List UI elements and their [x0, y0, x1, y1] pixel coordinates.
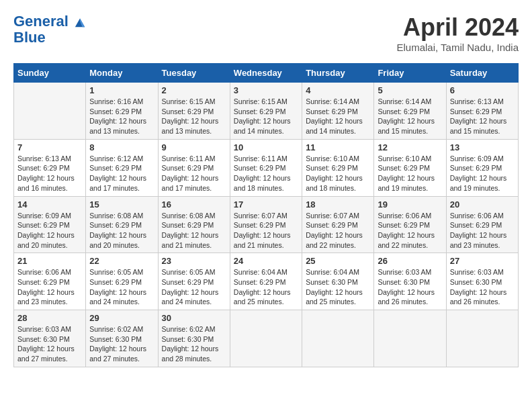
calendar-cell: 4Sunrise: 6:14 AM Sunset: 6:29 PM Daylig… — [302, 83, 374, 140]
day-info: Sunrise: 6:03 AM Sunset: 6:30 PM Dayligh… — [378, 267, 442, 307]
day-number: 14 — [17, 199, 82, 210]
day-info: Sunrise: 6:10 AM Sunset: 6:29 PM Dayligh… — [306, 154, 370, 193]
day-number: 25 — [306, 256, 370, 266]
day-number: 30 — [162, 313, 226, 323]
weekday-header-friday: Friday — [374, 64, 446, 83]
day-info: Sunrise: 6:06 AM Sunset: 6:29 PM Dayligh… — [378, 211, 442, 250]
day-info: Sunrise: 6:03 AM Sunset: 6:30 PM Dayligh… — [450, 267, 515, 307]
day-info: Sunrise: 6:12 AM Sunset: 6:29 PM Dayligh… — [89, 154, 154, 193]
calendar-cell: 29Sunrise: 6:02 AM Sunset: 6:30 PM Dayli… — [86, 310, 158, 367]
day-info: Sunrise: 6:15 AM Sunset: 6:29 PM Dayligh… — [162, 97, 226, 136]
weekday-header-wednesday: Wednesday — [230, 64, 302, 83]
day-number: 13 — [450, 142, 515, 152]
day-info: Sunrise: 6:09 AM Sunset: 6:29 PM Dayligh… — [450, 154, 515, 193]
calendar-cell: 10Sunrise: 6:11 AM Sunset: 6:29 PM Dayli… — [230, 139, 302, 196]
weekday-header-monday: Monday — [86, 64, 158, 83]
day-number: 12 — [378, 142, 442, 152]
day-info: Sunrise: 6:04 AM Sunset: 6:29 PM Dayligh… — [234, 267, 298, 307]
day-info: Sunrise: 6:10 AM Sunset: 6:29 PM Dayligh… — [378, 154, 442, 193]
day-number: 9 — [162, 142, 226, 152]
calendar-cell: 20Sunrise: 6:06 AM Sunset: 6:29 PM Dayli… — [446, 196, 518, 253]
logo-text: General — [13, 13, 86, 30]
calendar-cell: 28Sunrise: 6:03 AM Sunset: 6:30 PM Dayli… — [14, 310, 86, 367]
day-number: 11 — [306, 142, 370, 152]
day-info: Sunrise: 6:05 AM Sunset: 6:29 PM Dayligh… — [89, 267, 154, 307]
day-info: Sunrise: 6:11 AM Sunset: 6:29 PM Dayligh… — [234, 154, 298, 193]
calendar-cell: 14Sunrise: 6:09 AM Sunset: 6:29 PM Dayli… — [14, 196, 86, 253]
calendar-cell — [446, 310, 518, 367]
weekday-header-tuesday: Tuesday — [158, 64, 230, 83]
header: General Blue April 2024 Elumalai, Tamil … — [13, 13, 519, 53]
calendar-cell: 30Sunrise: 6:02 AM Sunset: 6:30 PM Dayli… — [158, 310, 230, 367]
calendar-cell: 1Sunrise: 6:16 AM Sunset: 6:29 PM Daylig… — [86, 83, 158, 140]
day-number: 3 — [234, 85, 298, 95]
calendar-cell: 12Sunrise: 6:10 AM Sunset: 6:29 PM Dayli… — [374, 139, 446, 196]
day-number: 10 — [234, 142, 298, 152]
day-info: Sunrise: 6:11 AM Sunset: 6:29 PM Dayligh… — [162, 154, 226, 193]
day-number: 23 — [162, 256, 226, 266]
calendar-cell — [14, 83, 86, 140]
day-number: 8 — [89, 142, 154, 152]
day-number: 5 — [378, 85, 442, 95]
title-area: April 2024 Elumalai, Tamil Nadu, India — [397, 13, 519, 53]
day-number: 21 — [17, 256, 82, 266]
calendar-cell: 21Sunrise: 6:06 AM Sunset: 6:29 PM Dayli… — [14, 253, 86, 310]
day-info: Sunrise: 6:03 AM Sunset: 6:30 PM Dayligh… — [17, 324, 82, 364]
calendar-cell: 25Sunrise: 6:04 AM Sunset: 6:30 PM Dayli… — [302, 253, 374, 310]
day-number: 1 — [89, 85, 154, 95]
day-info: Sunrise: 6:09 AM Sunset: 6:29 PM Dayligh… — [17, 211, 82, 250]
day-number: 24 — [234, 256, 298, 266]
calendar-cell — [374, 310, 446, 367]
calendar-cell: 19Sunrise: 6:06 AM Sunset: 6:29 PM Dayli… — [374, 196, 446, 253]
day-info: Sunrise: 6:15 AM Sunset: 6:29 PM Dayligh… — [234, 97, 298, 136]
day-number: 16 — [162, 199, 226, 210]
day-info: Sunrise: 6:14 AM Sunset: 6:29 PM Dayligh… — [306, 97, 370, 136]
calendar-cell: 15Sunrise: 6:08 AM Sunset: 6:29 PM Dayli… — [86, 196, 158, 253]
weekday-header-sunday: Sunday — [14, 64, 86, 83]
calendar-cell: 8Sunrise: 6:12 AM Sunset: 6:29 PM Daylig… — [86, 139, 158, 196]
day-number: 4 — [306, 85, 370, 95]
calendar-cell: 11Sunrise: 6:10 AM Sunset: 6:29 PM Dayli… — [302, 139, 374, 196]
day-number: 6 — [450, 85, 515, 95]
day-info: Sunrise: 6:02 AM Sunset: 6:30 PM Dayligh… — [89, 324, 154, 364]
calendar-cell: 27Sunrise: 6:03 AM Sunset: 6:30 PM Dayli… — [446, 253, 518, 310]
day-info: Sunrise: 6:07 AM Sunset: 6:29 PM Dayligh… — [306, 211, 370, 250]
weekday-header-saturday: Saturday — [446, 64, 518, 83]
calendar-cell: 3Sunrise: 6:15 AM Sunset: 6:29 PM Daylig… — [230, 83, 302, 140]
calendar-cell: 2Sunrise: 6:15 AM Sunset: 6:29 PM Daylig… — [158, 83, 230, 140]
day-info: Sunrise: 6:06 AM Sunset: 6:29 PM Dayligh… — [450, 211, 515, 250]
day-info: Sunrise: 6:13 AM Sunset: 6:29 PM Dayligh… — [17, 154, 82, 193]
day-number: 18 — [306, 199, 370, 210]
calendar-cell: 18Sunrise: 6:07 AM Sunset: 6:29 PM Dayli… — [302, 196, 374, 253]
calendar-cell: 17Sunrise: 6:07 AM Sunset: 6:29 PM Dayli… — [230, 196, 302, 253]
day-number: 28 — [17, 313, 82, 323]
calendar-cell: 7Sunrise: 6:13 AM Sunset: 6:29 PM Daylig… — [14, 139, 86, 196]
calendar-cell: 24Sunrise: 6:04 AM Sunset: 6:29 PM Dayli… — [230, 253, 302, 310]
day-info: Sunrise: 6:05 AM Sunset: 6:29 PM Dayligh… — [162, 267, 226, 307]
calendar-cell: 23Sunrise: 6:05 AM Sunset: 6:29 PM Dayli… — [158, 253, 230, 310]
weekday-header-thursday: Thursday — [302, 64, 374, 83]
logo: General Blue — [13, 13, 86, 46]
day-info: Sunrise: 6:08 AM Sunset: 6:29 PM Dayligh… — [162, 211, 226, 250]
day-info: Sunrise: 6:16 AM Sunset: 6:29 PM Dayligh… — [89, 97, 154, 136]
day-info: Sunrise: 6:07 AM Sunset: 6:29 PM Dayligh… — [234, 211, 298, 250]
calendar-cell: 16Sunrise: 6:08 AM Sunset: 6:29 PM Dayli… — [158, 196, 230, 253]
day-info: Sunrise: 6:04 AM Sunset: 6:30 PM Dayligh… — [306, 267, 370, 307]
day-number: 2 — [162, 85, 226, 95]
day-info: Sunrise: 6:02 AM Sunset: 6:30 PM Dayligh… — [162, 324, 226, 364]
day-number: 20 — [450, 199, 515, 210]
calendar-cell: 13Sunrise: 6:09 AM Sunset: 6:29 PM Dayli… — [446, 139, 518, 196]
day-number: 17 — [234, 199, 298, 210]
calendar-cell — [230, 310, 302, 367]
day-number: 26 — [378, 256, 442, 266]
calendar-title: April 2024 — [397, 13, 519, 42]
day-info: Sunrise: 6:14 AM Sunset: 6:29 PM Dayligh… — [378, 97, 442, 136]
day-info: Sunrise: 6:06 AM Sunset: 6:29 PM Dayligh… — [17, 267, 82, 307]
day-info: Sunrise: 6:08 AM Sunset: 6:29 PM Dayligh… — [89, 211, 154, 250]
calendar-cell: 5Sunrise: 6:14 AM Sunset: 6:29 PM Daylig… — [374, 83, 446, 140]
day-number: 27 — [450, 256, 515, 266]
calendar-table: SundayMondayTuesdayWednesdayThursdayFrid… — [13, 63, 519, 367]
day-number: 7 — [17, 142, 82, 152]
calendar-cell — [302, 310, 374, 367]
calendar-cell: 22Sunrise: 6:05 AM Sunset: 6:29 PM Dayli… — [86, 253, 158, 310]
